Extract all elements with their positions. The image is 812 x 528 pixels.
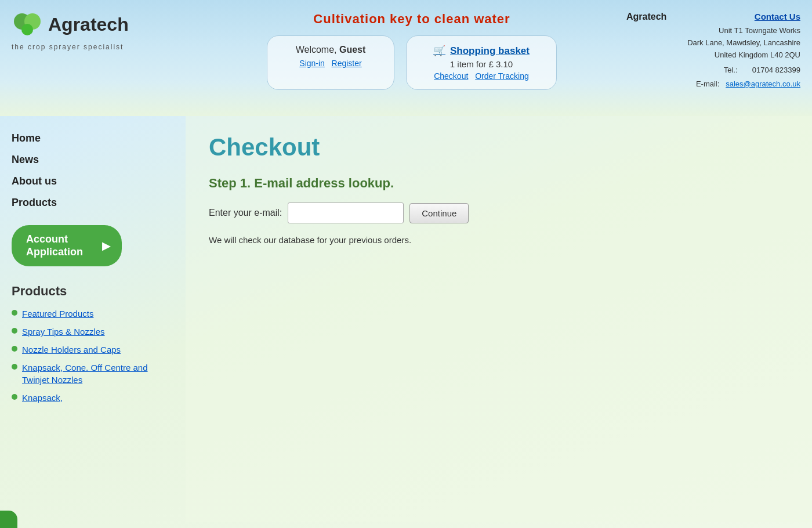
signin-link[interactable]: Sign-in	[299, 59, 325, 68]
account-line1: Account	[26, 233, 68, 245]
logo-tagline: the crop sprayer specialist	[12, 43, 197, 51]
logo-icon	[12, 9, 44, 41]
sidebar-green-tab	[0, 511, 17, 528]
welcome-box: Welcome, Guest Sign-in Register	[267, 35, 394, 90]
register-link[interactable]: Register	[332, 59, 362, 68]
content-area: Checkout Step 1. E-mail address lookup. …	[186, 116, 812, 522]
step-title: Step 1. E-mail address lookup.	[209, 176, 789, 191]
tel-number: 01704 823399	[752, 66, 800, 74]
header: Agratech the crop sprayer specialist Cul…	[0, 0, 812, 116]
bullet-icon	[12, 364, 17, 370]
checkout-title: Checkout	[209, 133, 789, 161]
company-address: Unit T1 Towngate Works Dark Lane, Mawdsl…	[626, 25, 800, 61]
featured-products-link[interactable]: Featured Products	[22, 308, 93, 320]
email-label: Enter your e-mail:	[209, 208, 282, 218]
sidebar-products-heading: Products	[12, 284, 174, 299]
logo-area: Agratech the crop sprayer specialist	[12, 9, 197, 51]
svg-point-2	[21, 24, 33, 35]
sidebar-item-about[interactable]: About us	[12, 171, 174, 192]
address-line3: United Kingdom L40 2QU	[715, 50, 800, 59]
address-line2: Dark Lane, Mawdsley, Lancashire	[687, 38, 800, 47]
main-layout: Home News About us Products Account Appl…	[0, 116, 812, 522]
list-item: Spray Tips & Nozzles	[12, 326, 174, 338]
email-label: E-mail:	[696, 79, 719, 88]
continue-button[interactable]: Continue	[409, 203, 469, 223]
knapsack-cone-link[interactable]: Knapsack, Cone. Off Centre and Twinjet N…	[22, 361, 174, 386]
basket-title-link[interactable]: 🛒 Shopping basket	[424, 45, 539, 57]
list-item: Knapsack, Cone. Off Centre and Twinjet N…	[12, 361, 174, 386]
spray-tips-link[interactable]: Spray Tips & Nozzles	[22, 326, 105, 338]
sidebar-nav: Home News About us Products	[12, 128, 174, 214]
header-widgets: Welcome, Guest Sign-in Register 🛒 Shoppi…	[267, 35, 557, 90]
guest-label: Guest	[339, 45, 365, 55]
list-item: Knapsack,	[12, 392, 174, 404]
company-name-header: Agratech	[626, 12, 666, 22]
email-input[interactable]	[288, 202, 404, 223]
header-right: Agratech Contact Us Unit T1 Towngate Wor…	[626, 9, 800, 91]
sidebar-item-news[interactable]: News	[12, 149, 174, 171]
bullet-icon	[12, 394, 17, 400]
bullet-icon	[12, 346, 17, 352]
account-line2: Application	[26, 246, 83, 258]
sidebar-product-list: Featured Products Spray Tips & Nozzles N…	[12, 308, 174, 404]
basket-icon: 🛒	[433, 45, 445, 57]
basket-box: 🛒 Shopping basket 1 item for £ 3.10 Chec…	[406, 35, 557, 90]
checkout-link[interactable]: Checkout	[434, 71, 468, 81]
company-name-logo: Agratech	[48, 14, 129, 35]
sidebar-item-home[interactable]: Home	[12, 128, 174, 149]
helper-text: We will check our database for your prev…	[209, 235, 789, 245]
sidebar-item-products[interactable]: Products	[12, 192, 174, 214]
company-contact: Tel.: 01704 823399 E-mail: sales@agratec…	[626, 63, 800, 91]
email-form: Enter your e-mail: Continue	[209, 202, 789, 223]
email-link[interactable]: sales@agratech.co.uk	[726, 79, 800, 88]
address-line1: Unit T1 Towngate Works	[719, 26, 800, 35]
header-center: Cultivation key to clean water Welcome, …	[197, 9, 626, 90]
knapsack-link2[interactable]: Knapsack,	[22, 392, 63, 404]
account-btn-text: Account Application	[26, 233, 83, 258]
account-btn-arrow-icon: ▶	[102, 240, 110, 252]
welcome-label: Welcome,	[296, 45, 339, 55]
welcome-text: Welcome, Guest	[285, 45, 376, 55]
logo-container: Agratech	[12, 9, 197, 41]
site-tagline: Cultivation key to clean water	[313, 12, 510, 27]
contact-us-link[interactable]: Contact Us	[755, 12, 800, 21]
bullet-icon	[12, 310, 17, 316]
welcome-links: Sign-in Register	[285, 59, 376, 68]
list-item: Nozzle Holders and Caps	[12, 343, 174, 356]
list-item: Featured Products	[12, 308, 174, 320]
sidebar: Home News About us Products Account Appl…	[0, 116, 186, 522]
account-application-button[interactable]: Account Application ▶	[12, 225, 122, 266]
basket-links: Checkout Order Tracking	[424, 71, 539, 81]
order-tracking-link[interactable]: Order Tracking	[475, 71, 529, 81]
basket-title-text: Shopping basket	[450, 45, 530, 57]
basket-count: 1 item for £ 3.10	[424, 59, 539, 69]
tel-label: Tel.:	[724, 66, 738, 74]
nozzle-holders-link[interactable]: Nozzle Holders and Caps	[22, 343, 121, 356]
bullet-icon	[12, 328, 17, 334]
